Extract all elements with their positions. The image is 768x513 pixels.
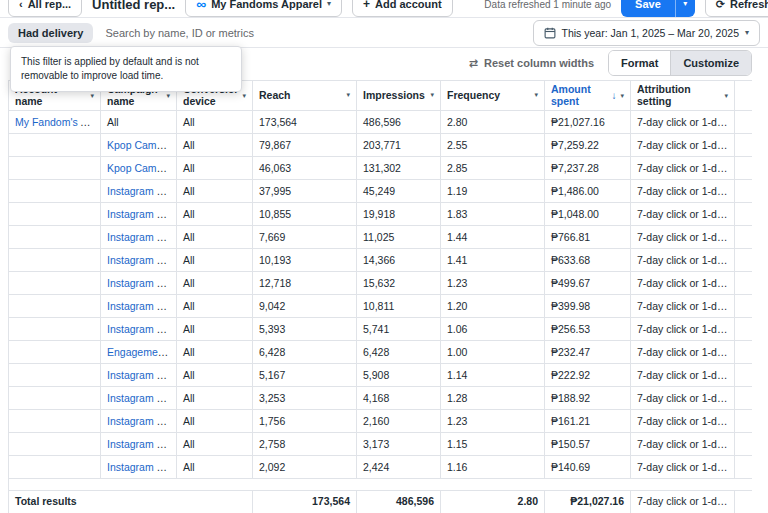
- cell-campaign-name: Instagram post...: [101, 180, 177, 203]
- cell-empty: [735, 364, 753, 387]
- column-header-amount[interactable]: Amount spent↓▾: [545, 81, 631, 111]
- cell-campaign-name-link[interactable]: Instagram post...: [107, 231, 177, 243]
- reset-column-widths-label: Reset column widths: [484, 57, 594, 69]
- save-menu-button[interactable]: ▾: [675, 0, 695, 17]
- cell-campaign-name: Instagram post...: [101, 433, 177, 456]
- table-row: Instagram post...All2,0922,4241.16₱140.6…: [9, 456, 753, 479]
- date-range-button[interactable]: This year: Jan 1, 2025 – Mar 20, 2025 ▾: [533, 20, 760, 46]
- table-row: Instagram post...All1,7562,1601.23₱161.2…: [9, 410, 753, 433]
- column-menu-caret-icon[interactable]: ▾: [532, 91, 538, 99]
- search-input[interactable]: [105, 27, 520, 39]
- cell-campaign-name: Instagram post...: [101, 203, 177, 226]
- column-header-reach[interactable]: Reach▾: [253, 81, 357, 111]
- cell-account-name: [9, 134, 101, 157]
- cell-amount-spent: ₱222.92: [545, 364, 631, 387]
- filter-bar: Had delivery This year: Jan 1, 2025 – Ma…: [0, 18, 768, 48]
- cell-account-name-link[interactable]: My Fandom's Apparel: [15, 116, 101, 128]
- account-selector[interactable]: ∞ My Fandoms Apparel ▾: [185, 0, 342, 17]
- cell-reach: 10,855: [253, 203, 357, 226]
- column-menu-caret-icon[interactable]: ▾: [88, 92, 94, 100]
- cell-campaign-name-link[interactable]: Instagram post...: [107, 323, 177, 335]
- cell-campaign-name-link[interactable]: Instagram post...: [107, 415, 177, 427]
- column-header-attribution[interactable]: Attribution setting▾: [631, 81, 735, 111]
- sort-descending-icon: ↓: [611, 90, 616, 101]
- cell-conversion-device: All: [177, 295, 253, 318]
- date-range-label: This year: Jan 1, 2025 – Mar 20, 2025: [562, 27, 739, 39]
- cell-campaign-name-link[interactable]: Instagram post...: [107, 185, 177, 197]
- cell-campaign-name-link[interactable]: Instagram post...: [107, 300, 177, 312]
- cell-amount-spent: ₱7,237.28: [545, 157, 631, 180]
- table-row: Instagram post...All5,1675,9081.14₱222.9…: [9, 364, 753, 387]
- cell-frequency: 2.55: [441, 134, 545, 157]
- cell-campaign-name: Instagram post...: [101, 364, 177, 387]
- cell-frequency: 1.83: [441, 203, 545, 226]
- cell-campaign-name: Kpop Campaig...: [101, 157, 177, 180]
- cell-campaign-name-link[interactable]: Kpop Campaig...: [107, 162, 177, 174]
- cell-frequency: 1.00: [441, 341, 545, 364]
- column-menu-caret-icon[interactable]: ▾: [344, 91, 350, 99]
- cell-attribution-setting: 7-day click or 1-day view: [631, 157, 735, 180]
- cell-campaign-name-link[interactable]: Instagram post...: [107, 369, 177, 381]
- had-delivery-filter-chip[interactable]: Had delivery: [8, 23, 93, 43]
- cell-impressions: 2,424: [357, 456, 441, 479]
- customize-button[interactable]: Customize: [670, 51, 751, 75]
- cell-campaign-name-link[interactable]: Instagram post...: [107, 392, 177, 404]
- cell-amount-spent: ₱399.98: [545, 295, 631, 318]
- cell-conversion-device: All: [177, 318, 253, 341]
- cell-campaign-name-link[interactable]: Instagram post...: [107, 461, 177, 473]
- save-split-button: Save ▾: [621, 0, 695, 17]
- cell-campaign-name-link[interactable]: Instagram post...: [107, 254, 177, 266]
- cell-conversion-device: All: [177, 134, 253, 157]
- cell-campaign-name-link[interactable]: Kpop Campaig...: [107, 139, 177, 151]
- cell-attribution-setting: 7-day click or 1-day view: [631, 295, 735, 318]
- cell-impressions: 45,249: [357, 180, 441, 203]
- column-menu-caret-icon[interactable]: ▾: [618, 92, 624, 100]
- cell-frequency: 2.85: [441, 157, 545, 180]
- cell-frequency: 1.23: [441, 410, 545, 433]
- cell-conversion-device: All: [177, 387, 253, 410]
- refresh-button[interactable]: ⟳ Refresh: [705, 0, 768, 17]
- save-button[interactable]: Save: [621, 0, 675, 17]
- column-menu-caret-icon[interactable]: ▾: [722, 92, 728, 100]
- column-header-frequency[interactable]: Frequency▾: [441, 81, 545, 111]
- account-selector-label: My Fandoms Apparel: [211, 0, 322, 10]
- cell-frequency: 1.15: [441, 433, 545, 456]
- cell-account-name: [9, 295, 101, 318]
- column-menu-caret-icon[interactable]: ▾: [428, 91, 434, 99]
- cell-reach: 79,867: [253, 134, 357, 157]
- cell-reach: 46,063: [253, 157, 357, 180]
- table-row: Kpop Campaig...All79,867203,7712.55₱7,25…: [9, 134, 753, 157]
- all-reports-button[interactable]: ‹ All rep...: [8, 0, 82, 17]
- cell-attribution-setting: 7-day click or 1-day view: [631, 456, 735, 479]
- cell-campaign-name-link[interactable]: Instagram post...: [107, 277, 177, 289]
- cell-account-name: [9, 272, 101, 295]
- column-menu-caret-icon[interactable]: ▾: [164, 92, 170, 100]
- format-button[interactable]: Format: [609, 51, 670, 75]
- cell-account-name: [9, 226, 101, 249]
- reset-column-widths-button[interactable]: ⇄ Reset column widths: [469, 57, 594, 69]
- cell-reach: 173,564: [253, 111, 357, 134]
- cell-frequency: 1.16: [441, 456, 545, 479]
- add-account-label: Add account: [375, 0, 442, 10]
- cell-attribution-setting: 7-day click or 1-day view: [631, 387, 735, 410]
- cell-attribution-setting: 7-day click or 1-day view: [631, 364, 735, 387]
- column-header-impressions[interactable]: Impressions▾: [357, 81, 441, 111]
- cell-campaign-name: Instagram post...: [101, 272, 177, 295]
- cell-conversion-device: All: [177, 272, 253, 295]
- column-menu-caret-icon[interactable]: ▾: [240, 92, 246, 100]
- cell-attribution-setting: 7-day click or 1-day view: [631, 318, 735, 341]
- cell-conversion-device: All: [177, 226, 253, 249]
- add-account-button[interactable]: + Add account: [352, 0, 453, 17]
- cell-reach: 2,758: [253, 433, 357, 456]
- cell-amount-spent: ₱140.69: [545, 456, 631, 479]
- cell-empty: [735, 387, 753, 410]
- cell-campaign-name-link[interactable]: Instagram post...: [107, 438, 177, 450]
- cell-attribution-setting: 7-day click or 1-day view: [631, 203, 735, 226]
- cell-account-name: [9, 180, 101, 203]
- cell-amount-spent: ₱232.47: [545, 341, 631, 364]
- cell-campaign-name-link[interactable]: Engagement C...: [107, 346, 177, 358]
- cell-account-name: [9, 433, 101, 456]
- cell-empty: [735, 318, 753, 341]
- cell-campaign-name: Instagram post...: [101, 249, 177, 272]
- cell-campaign-name-link[interactable]: Instagram post...: [107, 208, 177, 220]
